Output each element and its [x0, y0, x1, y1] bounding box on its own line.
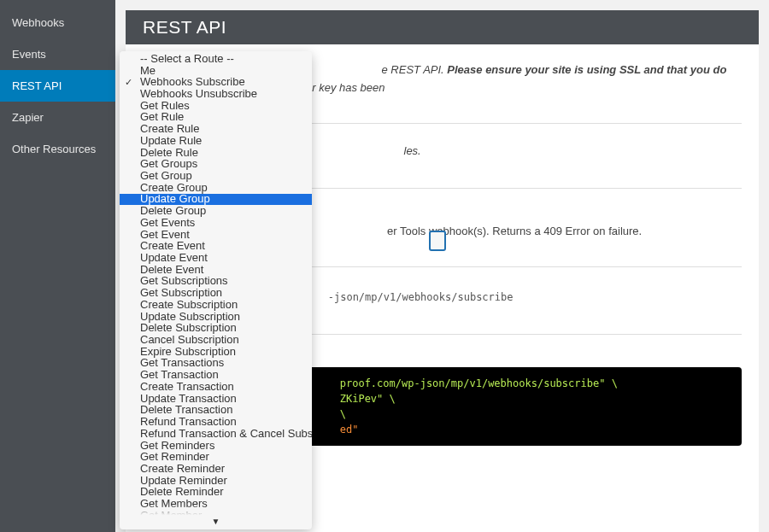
sidebar-item-events[interactable]: Events [0, 38, 115, 70]
dropdown-scroll-down-icon[interactable]: ▼ [120, 517, 312, 529]
route-dropdown[interactable]: -- Select a Route --Me✓Webhooks Subscrib… [120, 51, 312, 529]
sidebar-item-zapier[interactable]: Zapier [0, 102, 115, 133]
page-title: REST API [126, 10, 759, 44]
dropdown-item[interactable]: Create Subscription [120, 299, 312, 311]
dropdown-item[interactable]: Get Group [120, 170, 312, 182]
dropdown-item[interactable]: Update Event [120, 252, 312, 264]
sidebar-item-webhooks[interactable]: Webhooks [0, 7, 115, 38]
sidebar-item-rest-api[interactable]: REST API [0, 70, 115, 102]
check-icon: ✓ [125, 77, 132, 87]
sidebar-nav: Webhooks Events REST API Zapier Other Re… [0, 0, 115, 532]
dropdown-item[interactable]: Create Reminder [120, 463, 312, 475]
dropdown-item[interactable]: Refund Transaction [120, 416, 312, 428]
dropdown-item[interactable]: Webhooks Unsubscribe [120, 88, 312, 100]
dropdown-item[interactable]: Create Rule [120, 123, 312, 135]
dropdown-item[interactable]: Update Rule [120, 135, 312, 147]
dropdown-item[interactable]: Delete Group [120, 205, 312, 217]
action-button[interactable] [429, 231, 446, 251]
dropdown-item[interactable]: Refund Transaction & Cancel Subscription [120, 428, 312, 440]
dropdown-item[interactable]: Create Transaction [120, 381, 312, 393]
dropdown-item[interactable]: Get Events [120, 217, 312, 229]
dropdown-item[interactable]: Cancel Subscription [120, 334, 312, 346]
sidebar-item-other-resources[interactable]: Other Resources [0, 133, 115, 165]
dropdown-placeholder[interactable]: -- Select a Route -- [120, 53, 312, 65]
